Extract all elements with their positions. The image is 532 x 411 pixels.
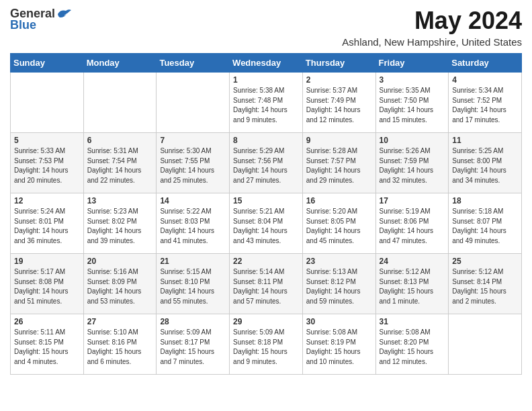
day-number: 29: [233, 317, 299, 326]
day-cell: 28Sunrise: 5:09 AMSunset: 8:17 PMDayligh…: [157, 314, 230, 375]
day-cell: 9Sunrise: 5:28 AMSunset: 7:57 PMDaylight…: [302, 133, 375, 193]
week-row-2: 5Sunrise: 5:33 AMSunset: 7:53 PMDaylight…: [11, 133, 522, 193]
day-cell: 12Sunrise: 5:24 AMSunset: 8:01 PMDayligh…: [11, 193, 84, 254]
day-cell: 29Sunrise: 5:09 AMSunset: 8:18 PMDayligh…: [230, 314, 303, 375]
day-number: 16: [306, 196, 372, 205]
day-cell: 4Sunrise: 5:34 AMSunset: 7:52 PMDaylight…: [449, 73, 522, 133]
day-cell: 25Sunrise: 5:12 AMSunset: 8:14 PMDayligh…: [449, 254, 522, 314]
calendar-body: 1Sunrise: 5:38 AMSunset: 7:48 PMDaylight…: [11, 73, 522, 375]
day-cell: 15Sunrise: 5:21 AMSunset: 8:04 PMDayligh…: [230, 193, 303, 254]
day-cell: 2Sunrise: 5:37 AMSunset: 7:49 PMDaylight…: [302, 73, 375, 133]
day-cell: 16Sunrise: 5:20 AMSunset: 8:05 PMDayligh…: [302, 193, 375, 254]
day-info: Sunrise: 5:09 AMSunset: 8:17 PMDaylight:…: [160, 328, 226, 367]
day-number: 24: [380, 257, 445, 266]
day-cell: 26Sunrise: 5:11 AMSunset: 8:15 PMDayligh…: [11, 314, 84, 375]
day-info: Sunrise: 5:31 AMSunset: 7:54 PMDaylight:…: [87, 146, 153, 185]
day-cell: [83, 73, 157, 133]
day-info: Sunrise: 5:18 AMSunset: 8:07 PMDaylight:…: [452, 207, 518, 246]
day-info: Sunrise: 5:37 AMSunset: 7:49 PMDaylight:…: [306, 86, 372, 125]
day-number: 25: [452, 257, 518, 266]
day-number: 28: [160, 317, 226, 326]
title-area: May 2024 Ashland, New Hampshire, United …: [342, 7, 522, 48]
day-info: Sunrise: 5:30 AMSunset: 7:55 PMDaylight:…: [160, 146, 226, 185]
day-number: 31: [380, 317, 445, 326]
day-number: 4: [452, 75, 518, 85]
day-info: Sunrise: 5:22 AMSunset: 8:03 PMDaylight:…: [160, 207, 226, 246]
day-number: 18: [452, 196, 518, 205]
day-info: Sunrise: 5:38 AMSunset: 7:48 PMDaylight:…: [233, 86, 299, 125]
day-cell: [11, 73, 84, 133]
day-number: 20: [87, 257, 153, 266]
day-number: 13: [87, 196, 153, 205]
day-info: Sunrise: 5:25 AMSunset: 8:00 PMDaylight:…: [452, 146, 518, 185]
day-number: 12: [14, 196, 80, 205]
day-cell: 10Sunrise: 5:26 AMSunset: 7:59 PMDayligh…: [375, 133, 449, 193]
day-cell: [157, 73, 230, 133]
day-info: Sunrise: 5:13 AMSunset: 8:12 PMDaylight:…: [306, 267, 372, 306]
location-title: Ashland, New Hampshire, United States: [342, 36, 522, 48]
day-cell: 17Sunrise: 5:19 AMSunset: 8:06 PMDayligh…: [375, 193, 449, 254]
day-info: Sunrise: 5:16 AMSunset: 8:09 PMDaylight:…: [87, 267, 153, 306]
day-info: Sunrise: 5:26 AMSunset: 7:59 PMDaylight:…: [380, 146, 445, 185]
day-info: Sunrise: 5:08 AMSunset: 8:19 PMDaylight:…: [306, 328, 372, 367]
day-info: Sunrise: 5:09 AMSunset: 8:18 PMDaylight:…: [233, 328, 299, 367]
day-info: Sunrise: 5:20 AMSunset: 8:05 PMDaylight:…: [306, 207, 372, 246]
day-number: 23: [306, 257, 372, 266]
day-cell: 7Sunrise: 5:30 AMSunset: 7:55 PMDaylight…: [157, 133, 230, 193]
logo: General Blue: [10, 7, 71, 32]
day-info: Sunrise: 5:10 AMSunset: 8:16 PMDaylight:…: [87, 328, 153, 367]
day-info: Sunrise: 5:24 AMSunset: 8:01 PMDaylight:…: [14, 207, 80, 246]
logo-bird-icon: [56, 8, 71, 20]
day-cell: 5Sunrise: 5:33 AMSunset: 7:53 PMDaylight…: [11, 133, 84, 193]
logo-blue: Blue: [10, 18, 36, 32]
day-info: Sunrise: 5:29 AMSunset: 7:56 PMDaylight:…: [233, 146, 299, 185]
day-cell: 8Sunrise: 5:29 AMSunset: 7:56 PMDaylight…: [230, 133, 303, 193]
day-cell: 13Sunrise: 5:23 AMSunset: 8:02 PMDayligh…: [83, 193, 157, 254]
day-number: 11: [452, 136, 518, 145]
day-info: Sunrise: 5:35 AMSunset: 7:50 PMDaylight:…: [380, 86, 445, 125]
day-number: 9: [306, 136, 372, 145]
header-row: SundayMondayTuesdayWednesdayThursdayFrid…: [11, 54, 522, 73]
day-cell: 21Sunrise: 5:15 AMSunset: 8:10 PMDayligh…: [157, 254, 230, 314]
week-row-5: 26Sunrise: 5:11 AMSunset: 8:15 PMDayligh…: [11, 314, 522, 375]
calendar-header: SundayMondayTuesdayWednesdayThursdayFrid…: [11, 54, 522, 73]
day-cell: 24Sunrise: 5:12 AMSunset: 8:13 PMDayligh…: [375, 254, 449, 314]
day-number: 19: [14, 257, 80, 266]
day-number: 5: [14, 136, 80, 145]
day-cell: 14Sunrise: 5:22 AMSunset: 8:03 PMDayligh…: [157, 193, 230, 254]
day-number: 15: [233, 196, 299, 205]
day-info: Sunrise: 5:08 AMSunset: 8:20 PMDaylight:…: [380, 328, 445, 367]
day-number: 26: [14, 317, 80, 326]
day-cell: 6Sunrise: 5:31 AMSunset: 7:54 PMDaylight…: [83, 133, 157, 193]
header-cell-thursday: Thursday: [302, 54, 375, 73]
day-info: Sunrise: 5:12 AMSunset: 8:14 PMDaylight:…: [452, 267, 518, 306]
day-info: Sunrise: 5:15 AMSunset: 8:10 PMDaylight:…: [160, 267, 226, 306]
day-cell: 30Sunrise: 5:08 AMSunset: 8:19 PMDayligh…: [302, 314, 375, 375]
day-number: 22: [233, 257, 299, 266]
header-cell-sunday: Sunday: [11, 54, 84, 73]
day-info: Sunrise: 5:19 AMSunset: 8:06 PMDaylight:…: [380, 207, 445, 246]
day-number: 3: [380, 75, 445, 85]
day-info: Sunrise: 5:34 AMSunset: 7:52 PMDaylight:…: [452, 86, 518, 125]
day-number: 14: [160, 196, 226, 205]
day-cell: 22Sunrise: 5:14 AMSunset: 8:11 PMDayligh…: [230, 254, 303, 314]
day-number: 1: [233, 75, 299, 85]
day-cell: 31Sunrise: 5:08 AMSunset: 8:20 PMDayligh…: [375, 314, 449, 375]
day-number: 21: [160, 257, 226, 266]
day-cell: 20Sunrise: 5:16 AMSunset: 8:09 PMDayligh…: [83, 254, 157, 314]
header-cell-wednesday: Wednesday: [230, 54, 303, 73]
day-info: Sunrise: 5:14 AMSunset: 8:11 PMDaylight:…: [233, 267, 299, 306]
week-row-1: 1Sunrise: 5:38 AMSunset: 7:48 PMDaylight…: [11, 73, 522, 133]
week-row-3: 12Sunrise: 5:24 AMSunset: 8:01 PMDayligh…: [11, 193, 522, 254]
header-cell-saturday: Saturday: [449, 54, 522, 73]
day-info: Sunrise: 5:12 AMSunset: 8:13 PMDaylight:…: [380, 267, 445, 306]
header-cell-tuesday: Tuesday: [157, 54, 230, 73]
day-info: Sunrise: 5:33 AMSunset: 7:53 PMDaylight:…: [14, 146, 80, 185]
day-cell: 18Sunrise: 5:18 AMSunset: 8:07 PMDayligh…: [449, 193, 522, 254]
day-number: 6: [87, 136, 153, 145]
day-cell: 19Sunrise: 5:17 AMSunset: 8:08 PMDayligh…: [11, 254, 84, 314]
calendar-table: SundayMondayTuesdayWednesdayThursdayFrid…: [10, 53, 522, 375]
day-info: Sunrise: 5:11 AMSunset: 8:15 PMDaylight:…: [14, 328, 80, 367]
day-number: 7: [160, 136, 226, 145]
day-info: Sunrise: 5:21 AMSunset: 8:04 PMDaylight:…: [233, 207, 299, 246]
